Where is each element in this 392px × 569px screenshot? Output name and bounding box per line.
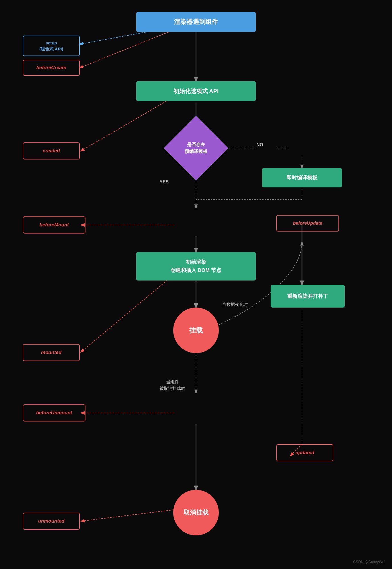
- beforemount-box: beforeMount: [23, 216, 85, 234]
- watermark: CSDN @CaseyWei: [353, 560, 385, 564]
- beforeupdate-box: beforeUpdate: [276, 215, 339, 232]
- svg-line-3: [81, 97, 174, 151]
- init-options-box: 初始化选项式 API: [136, 81, 256, 101]
- no-label: NO: [256, 142, 263, 148]
- svg-line-22: [81, 510, 174, 521]
- yes-label: YES: [160, 179, 169, 185]
- re-render-box: 重新渲染并打补丁: [271, 285, 345, 308]
- unmount-label: 当组件 被取消挂载时: [160, 379, 185, 392]
- precompile-diamond: [164, 116, 228, 180]
- svg-line-14: [81, 275, 174, 352]
- unmounted-box: unmounted: [23, 513, 80, 530]
- beforecreate-box: beforeCreate: [23, 60, 80, 76]
- beforeunmount-box: beforeUnmount: [23, 404, 85, 421]
- mounted-box: mounted: [23, 344, 80, 361]
- mounted-circle: 挂载: [173, 308, 219, 353]
- jit-compile-box: 即时编译模板: [262, 168, 342, 187]
- unmount-circle: 取消挂载: [173, 490, 219, 535]
- diagram-container: 渲染器遇到组件 setup (组合式 API) beforeCreate 初始化…: [0, 0, 392, 569]
- init-render-box: 初始渲染 创建和插入 DOM 节点: [136, 252, 256, 281]
- svg-line-1: [80, 30, 174, 68]
- created-box: created: [23, 142, 80, 159]
- updated-box: updated: [276, 444, 333, 461]
- data-change-label: 当数据变化时: [222, 302, 248, 307]
- renderer-encounter-box: 渲染器遇到组件: [136, 12, 256, 32]
- setup-label: setup (组合式 API): [39, 40, 63, 52]
- setup-box: setup (组合式 API): [23, 36, 80, 56]
